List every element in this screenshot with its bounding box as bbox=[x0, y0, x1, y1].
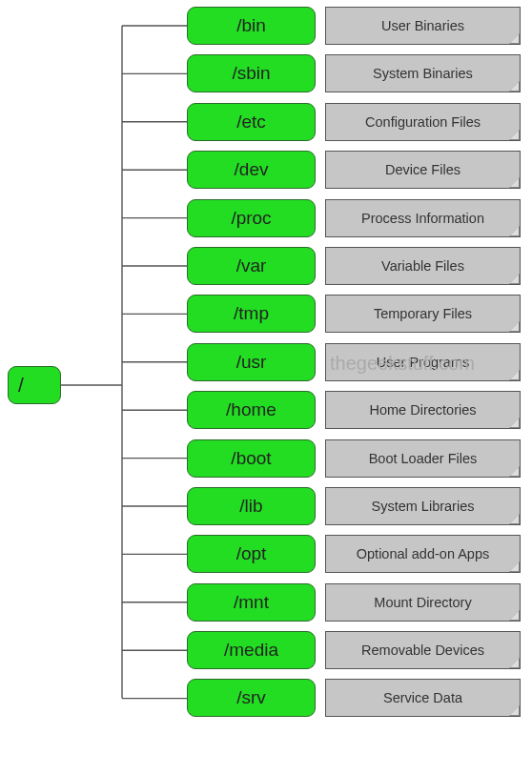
description-node: Home Directories bbox=[325, 391, 521, 429]
description-node: Temporary Files bbox=[325, 295, 521, 333]
directory-row: /srvService Data bbox=[187, 679, 522, 717]
directory-row: /sbinSystem Binaries bbox=[187, 54, 522, 92]
directory-row: /homeHome Directories bbox=[187, 391, 522, 429]
directory-node: /bin bbox=[187, 7, 316, 45]
description-node: Variable Files bbox=[325, 247, 521, 285]
description-node: Removable Devices bbox=[325, 631, 521, 669]
directory-row: /libSystem Libraries bbox=[187, 487, 522, 525]
description-node: Optional add-on Apps bbox=[325, 535, 521, 573]
description-node: User Binaries bbox=[325, 7, 521, 45]
directory-row: /bootBoot Loader Files bbox=[187, 439, 522, 478]
description-node: Device Files bbox=[325, 151, 521, 189]
directory-node: /dev bbox=[187, 151, 316, 189]
directory-node: /srv bbox=[187, 679, 316, 717]
directory-row: /varVariable Files bbox=[187, 247, 522, 285]
root-label: / bbox=[18, 374, 24, 397]
directory-node: /home bbox=[187, 391, 316, 429]
root-node: / bbox=[8, 366, 61, 404]
description-node: System Binaries bbox=[325, 54, 521, 92]
directory-row: /mntMount Directory bbox=[187, 583, 522, 622]
description-node: System Libraries bbox=[325, 487, 521, 525]
description-node: Configuration Files bbox=[325, 103, 521, 141]
description-node: Boot Loader Files bbox=[325, 439, 521, 478]
directory-node: /usr bbox=[187, 343, 316, 381]
directory-node: /boot bbox=[187, 439, 316, 478]
directory-node: /media bbox=[187, 631, 316, 669]
directory-node: /sbin bbox=[187, 54, 316, 92]
description-node: Mount Directory bbox=[325, 583, 521, 622]
directory-node: /proc bbox=[187, 199, 316, 237]
directory-node: /var bbox=[187, 247, 316, 285]
watermark-text: thegeekstuff.com bbox=[330, 353, 475, 375]
directory-row: /etcConfiguration Files bbox=[187, 103, 522, 141]
directory-node: /lib bbox=[187, 487, 316, 525]
directory-row: /devDevice Files bbox=[187, 151, 522, 189]
description-node: Process Information bbox=[325, 199, 521, 237]
description-node: Service Data bbox=[325, 679, 521, 717]
directory-row: /tmpTemporary Files bbox=[187, 295, 522, 333]
directory-row: /optOptional add-on Apps bbox=[187, 535, 522, 573]
directory-row: /mediaRemovable Devices bbox=[187, 631, 522, 669]
directory-node: /etc bbox=[187, 103, 316, 141]
directory-node: /opt bbox=[187, 535, 316, 573]
directory-row: /binUser Binaries bbox=[187, 7, 522, 45]
directory-node: /mnt bbox=[187, 583, 316, 622]
directory-row: /procProcess Information bbox=[187, 199, 522, 237]
directory-node: /tmp bbox=[187, 295, 316, 333]
